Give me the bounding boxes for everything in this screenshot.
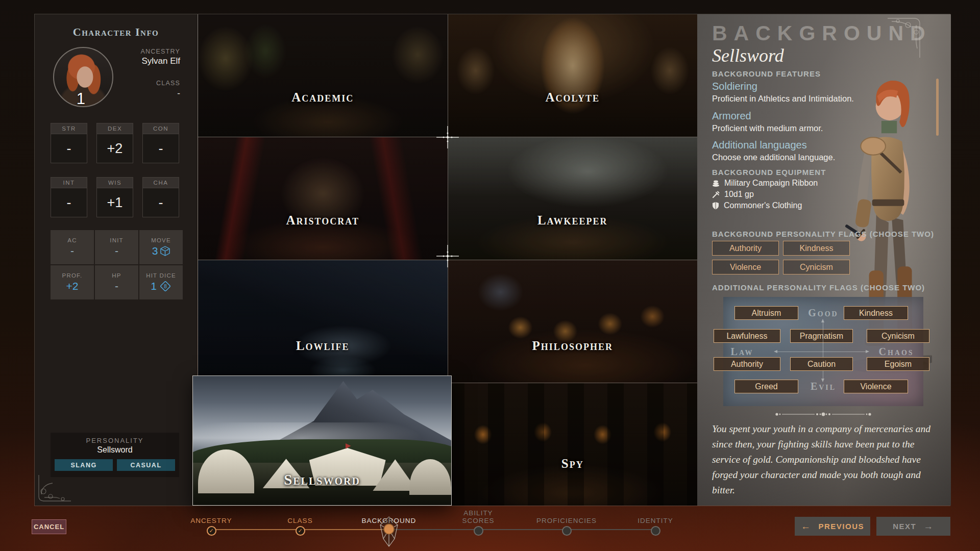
feature-name: Additional languages	[712, 139, 807, 151]
flags-heading: BACKGROUND PERSONALITY FLAGS (CHOOSE TWO…	[712, 230, 934, 238]
current-step-gem-icon	[379, 516, 399, 547]
stat-int: INT -	[51, 177, 87, 217]
personality-tag-slang: SLANG	[55, 459, 113, 471]
features-heading: BACKGROUND FEATURES	[712, 69, 821, 78]
axis-law-label: Law	[731, 346, 754, 358]
alignment-flag-egoism[interactable]: Egoism	[867, 357, 929, 371]
progress-line-remaining	[389, 529, 655, 530]
background-tile-spy[interactable]: Spy	[448, 383, 698, 506]
additional-flags-heading: ADDITIONAL PERSONALITY FLAGS (CHOOSE TWO…	[712, 283, 925, 292]
flag-cynicism[interactable]: Cynicism	[783, 260, 850, 274]
ornamental-divider-icon	[775, 411, 872, 417]
step-class-marker[interactable]	[296, 526, 305, 536]
personality-flags-group: Authority Kindness Violence Cynicism	[712, 241, 850, 274]
feature-description: Proficient with medium armor.	[712, 123, 823, 133]
equipment-item: 10d1 gp	[712, 190, 754, 199]
grid-crosshair-icon	[436, 126, 459, 148]
personality-label: PERSONALITY	[51, 437, 179, 444]
personality-value: Sellsword	[51, 445, 179, 455]
axis-evil-label: Evil	[811, 381, 836, 392]
stat-str: STR -	[51, 123, 87, 163]
alignment-flag-cynicism[interactable]: Cynicism	[867, 329, 929, 343]
derived-stats-grid: AC - INIT - MOVE 3	[51, 230, 183, 299]
stat-dex: DEX +2	[96, 123, 133, 163]
law-chaos-axis-line	[777, 352, 866, 352]
equipment-item: Military Campaign Ribbon	[712, 179, 818, 188]
feature-name: Armored	[712, 110, 751, 122]
alignment-flag-kindness[interactable]: Kindness	[844, 306, 908, 320]
personality-summary: PERSONALITY Sellsword SLANG CASUAL	[51, 433, 179, 477]
step-identity-marker[interactable]	[651, 526, 660, 536]
step-proficiencies: PROFICIENCIES	[531, 508, 602, 536]
character-creation-window: Character Info 1 ANCESTRY Sylvan Elf CLA…	[34, 14, 950, 506]
background-description: You spent your youth in a company of mer…	[712, 421, 933, 498]
stat-con: CON -	[142, 123, 179, 163]
ability-scores-grid: STR - DEX +2 CON - INT - WIS +1	[51, 123, 179, 217]
background-tile-academic[interactable]: Academic	[198, 14, 448, 137]
flag-violence[interactable]: Violence	[712, 260, 779, 274]
background-tile-sellsword-selected[interactable]: Sellsword	[192, 375, 452, 506]
stat-ac: AC -	[51, 230, 94, 264]
dagger-icon	[712, 191, 720, 198]
alignment-flag-greed[interactable]: Greed	[734, 380, 798, 393]
selected-background-name: Sellsword	[712, 45, 784, 66]
background-tile-acolyte[interactable]: Acolyte	[448, 14, 698, 137]
cube-die-icon	[160, 246, 170, 256]
ancestry-label: ANCESTRY	[141, 48, 180, 55]
left-arrow-icon	[801, 521, 812, 532]
step-ancestry-marker[interactable]	[207, 526, 216, 536]
stat-prof: PROF. +2	[51, 265, 94, 299]
panel-scrollbar-thumb[interactable]	[936, 79, 939, 136]
level-badge: 1	[77, 90, 85, 107]
corner-flourish-icon	[887, 17, 922, 61]
equipment-item: Commoner's Clothing	[712, 201, 802, 210]
next-button[interactable]: NEXT	[876, 517, 950, 536]
alignment-flag-lawfulness[interactable]: Lawfulness	[714, 329, 780, 343]
ribbon-stack-icon	[712, 180, 720, 187]
feature-description: Proficient in Athletics and Intimidation…	[712, 94, 854, 104]
feature-description: Choose one additional language.	[712, 153, 835, 162]
background-detail-panel: BACKGROUND Sellsword BACKGROUND FEATURES…	[697, 14, 951, 506]
character-info-title: Character Info	[35, 26, 197, 39]
character-portrait[interactable]: 1	[53, 47, 113, 107]
feature-name: Soldiering	[712, 81, 757, 92]
equipment-heading: BACKGROUND EQUIPMENT	[712, 168, 826, 177]
alignment-flag-altruism[interactable]: Altruism	[734, 306, 798, 320]
alignment-flag-pragmatism[interactable]: Pragmatism	[790, 329, 853, 343]
character-info-panel: Character Info 1 ANCESTRY Sylvan Elf CLA…	[35, 14, 197, 506]
ancestry-value: Sylvan Elf	[141, 56, 180, 66]
stat-move: MOVE 3	[139, 230, 183, 264]
alignment-flag-violence[interactable]: Violence	[844, 380, 908, 393]
shield-icon	[712, 202, 719, 210]
stat-init: INIT -	[95, 230, 138, 264]
grid-crosshair-icon	[436, 245, 459, 267]
step-ability-scores: ABILITY SCORES	[455, 508, 501, 536]
right-arrow-icon	[923, 521, 934, 532]
background-tile-lowlife[interactable]: Lowlife	[198, 260, 448, 383]
step-ancestry: ANCESTRY	[176, 508, 247, 536]
step-class: CLASS	[264, 508, 336, 536]
axis-chaos-label: Chaos	[878, 346, 914, 358]
corner-flourish-icon	[37, 474, 73, 503]
flag-kindness[interactable]: Kindness	[783, 241, 850, 256]
personality-tag-casual: CASUAL	[117, 459, 175, 471]
background-tile-lawkeeper[interactable]: Lawkeeper	[448, 137, 698, 260]
d8-die-icon: 8	[159, 280, 172, 292]
step-proficiencies-marker[interactable]	[562, 526, 572, 536]
alignment-flag-authority[interactable]: Authority	[714, 357, 780, 371]
step-identity: IDENTITY	[620, 508, 691, 536]
class-label: CLASS	[156, 80, 180, 87]
cancel-button[interactable]: CANCEL	[32, 519, 66, 534]
stat-hp: HP -	[95, 265, 138, 299]
previous-button[interactable]: PREVIOUS	[795, 517, 870, 536]
flag-authority[interactable]: Authority	[712, 241, 779, 256]
alignment-flag-caution[interactable]: Caution	[790, 357, 853, 371]
stat-wis: WIS +1	[96, 177, 133, 217]
character-creation-screen: Character Info 1 ANCESTRY Sylvan Elf CLA…	[0, 0, 980, 551]
step-ability-scores-marker[interactable]	[474, 526, 483, 536]
svg-text:8: 8	[164, 284, 167, 289]
background-tile-philosopher[interactable]: Philosopher	[448, 260, 698, 383]
stat-cha: CHA -	[142, 177, 179, 217]
class-value: -	[177, 88, 180, 98]
background-tile-aristocrat[interactable]: Aristocrat	[198, 137, 448, 260]
